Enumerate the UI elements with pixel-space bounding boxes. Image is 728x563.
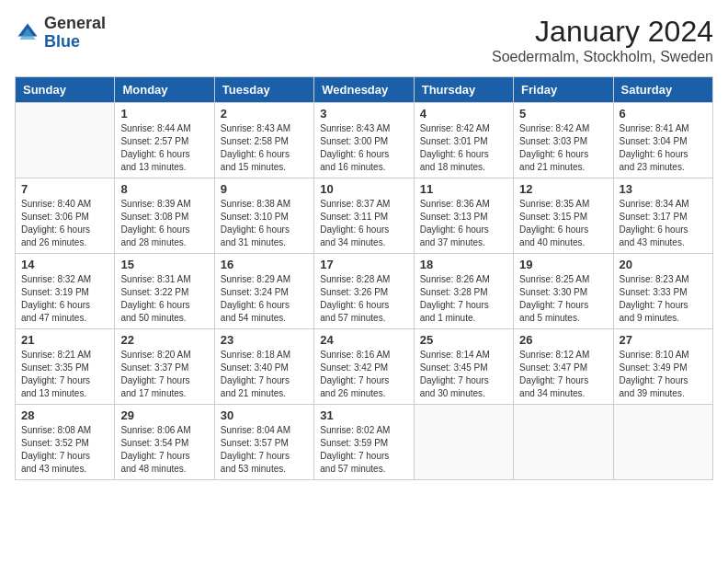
day-info: Sunrise: 8:06 AM Sunset: 3:54 PM Dayligh… — [120, 424, 208, 476]
day-info: Sunrise: 8:37 AM Sunset: 3:11 PM Dayligh… — [320, 198, 407, 249]
day-number: 19 — [519, 258, 607, 271]
location: Soedermalm, Stockholm, Sweden — [492, 49, 713, 65]
logo-icon — [15, 20, 40, 46]
calendar-cell: 14Sunrise: 8:32 AM Sunset: 3:19 PM Dayli… — [16, 254, 115, 329]
day-info: Sunrise: 8:29 AM Sunset: 3:24 PM Dayligh… — [221, 273, 308, 325]
calendar-cell: 18Sunrise: 8:26 AM Sunset: 3:28 PM Dayli… — [414, 254, 513, 329]
day-info: Sunrise: 8:02 AM Sunset: 3:59 PM Dayligh… — [320, 424, 407, 476]
day-number: 22 — [120, 333, 208, 347]
day-info: Sunrise: 8:39 AM Sunset: 3:08 PM Dayligh… — [120, 198, 208, 249]
day-number: 10 — [320, 182, 407, 196]
calendar-cell: 6Sunrise: 8:41 AM Sunset: 3:04 PM Daylig… — [613, 103, 712, 178]
day-number: 2 — [221, 107, 308, 121]
day-number: 16 — [221, 258, 308, 271]
calendar-cell: 2Sunrise: 8:43 AM Sunset: 2:58 PM Daylig… — [214, 103, 313, 178]
calendar-cell: 31Sunrise: 8:02 AM Sunset: 3:59 PM Dayli… — [314, 405, 414, 480]
day-number: 28 — [21, 408, 108, 422]
day-info: Sunrise: 8:41 AM Sunset: 3:04 PM Dayligh… — [620, 122, 707, 174]
day-info: Sunrise: 8:31 AM Sunset: 3:22 PM Dayligh… — [120, 273, 208, 325]
weekday-header: Wednesday — [314, 77, 414, 103]
day-number: 31 — [320, 408, 407, 422]
calendar-cell: 19Sunrise: 8:25 AM Sunset: 3:30 PM Dayli… — [514, 254, 613, 329]
day-number: 7 — [21, 182, 108, 196]
weekday-header: Tuesday — [214, 77, 313, 103]
month-title: January 2024 — [492, 15, 713, 49]
logo-blue-text: Blue — [44, 32, 80, 51]
weekday-header: Thursday — [414, 77, 513, 103]
day-info: Sunrise: 8:26 AM Sunset: 3:28 PM Dayligh… — [420, 273, 507, 325]
calendar-cell — [613, 405, 712, 480]
weekday-header: Sunday — [16, 77, 115, 103]
day-number: 23 — [221, 333, 308, 347]
day-number: 27 — [620, 333, 707, 347]
calendar-cell — [514, 405, 613, 480]
day-info: Sunrise: 8:34 AM Sunset: 3:17 PM Dayligh… — [620, 198, 707, 249]
calendar-cell: 10Sunrise: 8:37 AM Sunset: 3:11 PM Dayli… — [314, 178, 414, 254]
day-info: Sunrise: 8:40 AM Sunset: 3:06 PM Dayligh… — [21, 198, 108, 249]
day-number: 6 — [620, 107, 707, 121]
day-info: Sunrise: 8:16 AM Sunset: 3:42 PM Dayligh… — [320, 349, 407, 400]
calendar-cell: 20Sunrise: 8:23 AM Sunset: 3:33 PM Dayli… — [613, 254, 712, 329]
calendar-cell: 5Sunrise: 8:42 AM Sunset: 3:03 PM Daylig… — [514, 103, 613, 178]
day-info: Sunrise: 8:12 AM Sunset: 3:47 PM Dayligh… — [519, 349, 607, 400]
day-info: Sunrise: 8:28 AM Sunset: 3:26 PM Dayligh… — [320, 273, 407, 325]
weekday-header: Monday — [115, 77, 214, 103]
day-number: 15 — [120, 258, 208, 271]
weekday-header: Saturday — [613, 77, 712, 103]
calendar-week-row: 28Sunrise: 8:08 AM Sunset: 3:52 PM Dayli… — [16, 405, 713, 480]
day-number: 4 — [420, 107, 507, 121]
calendar-cell: 30Sunrise: 8:04 AM Sunset: 3:57 PM Dayli… — [214, 405, 313, 480]
day-info: Sunrise: 8:42 AM Sunset: 3:01 PM Dayligh… — [420, 122, 507, 174]
logo-general-text: General — [44, 14, 106, 32]
calendar-cell: 16Sunrise: 8:29 AM Sunset: 3:24 PM Dayli… — [214, 254, 313, 329]
day-number: 29 — [120, 408, 208, 422]
calendar-week-row: 21Sunrise: 8:21 AM Sunset: 3:35 PM Dayli… — [16, 329, 713, 405]
calendar-table: SundayMondayTuesdayWednesdayThursdayFrid… — [15, 76, 713, 480]
day-number: 30 — [221, 408, 308, 422]
calendar-cell — [16, 103, 115, 178]
day-info: Sunrise: 8:43 AM Sunset: 3:00 PM Dayligh… — [320, 122, 407, 174]
day-info: Sunrise: 8:36 AM Sunset: 3:13 PM Dayligh… — [420, 198, 507, 249]
day-number: 11 — [420, 182, 507, 196]
calendar-cell: 21Sunrise: 8:21 AM Sunset: 3:35 PM Dayli… — [16, 329, 115, 405]
day-info: Sunrise: 8:38 AM Sunset: 3:10 PM Dayligh… — [221, 198, 308, 249]
day-info: Sunrise: 8:43 AM Sunset: 2:58 PM Dayligh… — [221, 122, 308, 174]
weekday-header-row: SundayMondayTuesdayWednesdayThursdayFrid… — [16, 77, 713, 103]
calendar-cell: 13Sunrise: 8:34 AM Sunset: 3:17 PM Dayli… — [613, 178, 712, 254]
page-header: General Blue January 2024 Soedermalm, St… — [15, 15, 713, 65]
calendar-cell: 24Sunrise: 8:16 AM Sunset: 3:42 PM Dayli… — [314, 329, 414, 405]
day-info: Sunrise: 8:20 AM Sunset: 3:37 PM Dayligh… — [120, 349, 208, 400]
day-number: 25 — [420, 333, 507, 347]
calendar-cell: 26Sunrise: 8:12 AM Sunset: 3:47 PM Dayli… — [514, 329, 613, 405]
calendar-cell: 22Sunrise: 8:20 AM Sunset: 3:37 PM Dayli… — [115, 329, 214, 405]
calendar-cell: 7Sunrise: 8:40 AM Sunset: 3:06 PM Daylig… — [16, 178, 115, 254]
day-number: 20 — [620, 258, 707, 271]
day-number: 24 — [320, 333, 407, 347]
calendar-cell: 28Sunrise: 8:08 AM Sunset: 3:52 PM Dayli… — [16, 405, 115, 480]
day-number: 12 — [519, 182, 607, 196]
calendar-cell: 12Sunrise: 8:35 AM Sunset: 3:15 PM Dayli… — [514, 178, 613, 254]
calendar-cell: 17Sunrise: 8:28 AM Sunset: 3:26 PM Dayli… — [314, 254, 414, 329]
day-info: Sunrise: 8:23 AM Sunset: 3:33 PM Dayligh… — [620, 273, 707, 325]
day-info: Sunrise: 8:08 AM Sunset: 3:52 PM Dayligh… — [21, 424, 108, 476]
calendar-cell: 15Sunrise: 8:31 AM Sunset: 3:22 PM Dayli… — [115, 254, 214, 329]
day-number: 1 — [120, 107, 208, 121]
calendar-cell: 25Sunrise: 8:14 AM Sunset: 3:45 PM Dayli… — [414, 329, 513, 405]
day-info: Sunrise: 8:10 AM Sunset: 3:49 PM Dayligh… — [620, 349, 707, 400]
calendar-cell: 8Sunrise: 8:39 AM Sunset: 3:08 PM Daylig… — [115, 178, 214, 254]
calendar-cell: 4Sunrise: 8:42 AM Sunset: 3:01 PM Daylig… — [414, 103, 513, 178]
title-block: January 2024 Soedermalm, Stockholm, Swed… — [492, 15, 713, 65]
day-info: Sunrise: 8:32 AM Sunset: 3:19 PM Dayligh… — [21, 273, 108, 325]
day-number: 5 — [519, 107, 607, 121]
day-info: Sunrise: 8:04 AM Sunset: 3:57 PM Dayligh… — [221, 424, 308, 476]
calendar-cell: 9Sunrise: 8:38 AM Sunset: 3:10 PM Daylig… — [214, 178, 313, 254]
calendar-cell: 3Sunrise: 8:43 AM Sunset: 3:00 PM Daylig… — [314, 103, 414, 178]
day-number: 13 — [620, 182, 707, 196]
day-number: 17 — [320, 258, 407, 271]
day-number: 3 — [320, 107, 407, 121]
day-info: Sunrise: 8:42 AM Sunset: 3:03 PM Dayligh… — [519, 122, 607, 174]
weekday-header: Friday — [514, 77, 613, 103]
day-info: Sunrise: 8:18 AM Sunset: 3:40 PM Dayligh… — [221, 349, 308, 400]
calendar-cell — [414, 405, 513, 480]
day-info: Sunrise: 8:44 AM Sunset: 2:57 PM Dayligh… — [120, 122, 208, 174]
